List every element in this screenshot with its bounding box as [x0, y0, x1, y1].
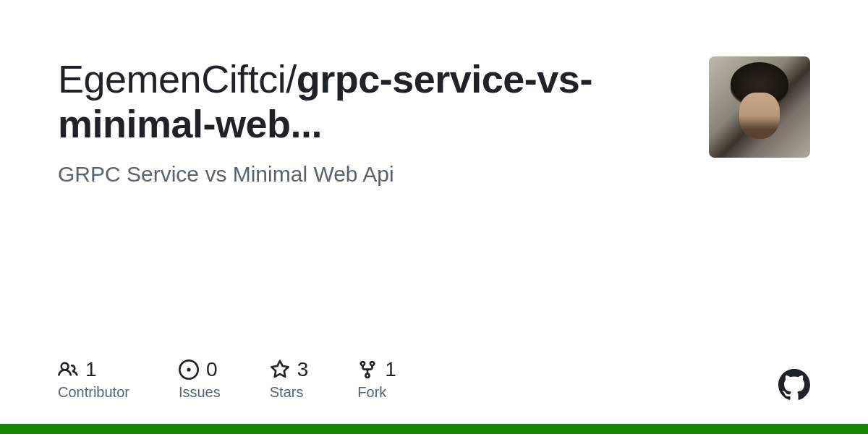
stats-list: 1 Contributor 0 Issues 3 — [58, 358, 396, 401]
repo-owner: EgemenCiftci — [58, 57, 286, 101]
stat-issues: 0 Issues — [179, 358, 221, 401]
stats-row: 1 Contributor 0 Issues 3 — [58, 358, 810, 401]
stat-contributors: 1 Contributor — [58, 358, 129, 401]
language-accent-bar — [0, 424, 868, 434]
avatar — [709, 56, 810, 158]
repo-description: GRPC Service vs Minimal Web Api — [58, 162, 680, 187]
stat-stars: 3 Stars — [270, 358, 309, 401]
stat-issues-label: Issues — [179, 384, 221, 401]
repo-title: EgemenCiftci/grpc-service-vs-minimal-web… — [58, 56, 680, 146]
people-icon — [58, 359, 78, 380]
stat-stars-label: Stars — [270, 384, 309, 401]
stat-issues-value: 0 — [206, 358, 218, 381]
issue-opened-icon — [179, 359, 199, 380]
stat-contributors-value: 1 — [85, 358, 97, 381]
stat-forks-label: Fork — [357, 384, 396, 401]
github-logo-icon — [778, 369, 810, 401]
stat-forks-value: 1 — [385, 358, 396, 381]
stat-stars-value: 3 — [297, 358, 309, 381]
stat-forks: 1 Fork — [357, 358, 396, 401]
header-row: EgemenCiftci/grpc-service-vs-minimal-web… — [58, 56, 810, 187]
social-preview-card: EgemenCiftci/grpc-service-vs-minimal-web… — [0, 0, 868, 434]
star-icon — [270, 359, 290, 380]
title-block: EgemenCiftci/grpc-service-vs-minimal-web… — [58, 56, 709, 187]
repo-forked-icon — [357, 359, 378, 380]
repo-separator: / — [286, 57, 297, 101]
stat-contributors-label: Contributor — [58, 384, 129, 401]
